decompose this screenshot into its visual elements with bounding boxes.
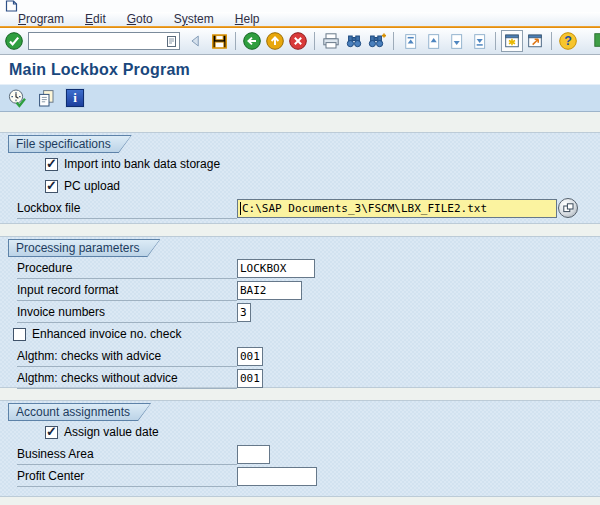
toolbar-separator — [393, 32, 394, 50]
text-caret — [240, 202, 241, 215]
toolbar-separator — [314, 32, 315, 50]
customize-layout-button[interactable] — [593, 31, 600, 51]
cancel-x-icon — [288, 31, 308, 51]
field-label: Lockbox file — [17, 197, 237, 219]
command-field-wrap — [28, 32, 180, 50]
row-algthm-without-advice: Algthm: checks without advice 001 — [0, 367, 600, 389]
back-step-button[interactable] — [185, 30, 207, 52]
back-triangle-icon — [187, 32, 205, 50]
field-label: Algthm: checks without advice — [17, 367, 237, 389]
section-account-assignments: Account assignments Assign value date Bu… — [0, 400, 600, 497]
row-profit-center: Profit Center — [0, 465, 600, 487]
profit-center-input[interactable] — [237, 467, 317, 486]
standard-toolbar: ? — [0, 28, 600, 55]
assign-value-date-checkbox[interactable] — [45, 426, 58, 439]
lockbox-file-input[interactable]: C:\SAP Documents_3\FSCM\LBX_FILE2.txt — [237, 199, 557, 218]
field-label: Procedure — [17, 257, 237, 279]
group-tab: Processing parameters — [8, 239, 160, 257]
group-title: File specifications — [9, 136, 131, 152]
last-page-icon — [470, 32, 489, 51]
group-title: Account assignments — [9, 404, 150, 420]
algthm-without-advice-input[interactable]: 001 — [237, 369, 263, 388]
selection-screen: File specifications Import into bank dat… — [0, 112, 600, 505]
checkbox-label: Import into bank data storage — [64, 157, 220, 171]
information-button[interactable]: i — [64, 87, 86, 109]
exit-button[interactable] — [264, 30, 286, 52]
toolbar-separator — [495, 32, 496, 50]
back-arrow-icon — [242, 31, 262, 51]
row-enhanced-invoice-check: Enhanced invoice no. check — [0, 323, 600, 345]
last-page-button[interactable] — [468, 30, 490, 52]
menu-system[interactable]: System — [174, 12, 214, 26]
group-tab: File specifications — [8, 135, 132, 153]
import-bank-data-checkbox[interactable] — [45, 158, 58, 171]
find-button[interactable] — [343, 30, 365, 52]
page-up-button[interactable] — [422, 30, 444, 52]
menu-edit[interactable]: Edit — [85, 12, 106, 26]
page-title: Main Lockbox Program — [9, 61, 190, 79]
menu-help[interactable]: Help — [235, 12, 260, 26]
new-session-button[interactable] — [501, 30, 523, 52]
cancel-button[interactable] — [287, 30, 309, 52]
save-floppy-icon — [210, 32, 229, 51]
page-down-button[interactable] — [445, 30, 467, 52]
row-business-area: Business Area — [0, 443, 600, 465]
menu-bar: Program Edit Goto System Help — [0, 12, 600, 26]
sap-window: Program Edit Goto System Help — [0, 0, 600, 505]
execute-clock-icon — [7, 88, 28, 109]
enter-button[interactable] — [3, 30, 25, 52]
binoculars-plus-icon — [367, 31, 387, 51]
shortcut-icon — [526, 32, 544, 50]
row-import-bank-data: Import into bank data storage — [0, 153, 600, 175]
pc-upload-checkbox[interactable] — [45, 180, 58, 193]
section-processing-parameters: Processing parameters Procedure LOCKBOX … — [0, 236, 600, 388]
command-field[interactable] — [28, 32, 180, 50]
page-up-icon — [424, 32, 443, 51]
printer-icon — [321, 31, 341, 51]
save-button[interactable] — [208, 30, 230, 52]
input-record-format-input[interactable]: BAI2 — [237, 281, 302, 300]
checkbox-label: Assign value date — [64, 425, 159, 439]
section-file-specifications: File specifications Import into bank dat… — [0, 132, 600, 224]
row-invoice-numbers: Invoice numbers 3 — [0, 301, 600, 323]
print-button[interactable] — [320, 30, 342, 52]
value-help-button[interactable] — [558, 198, 578, 218]
field-label: Business Area — [17, 443, 237, 465]
procedure-input[interactable]: LOCKBOX — [237, 259, 315, 278]
information-icon: i — [66, 89, 84, 107]
get-variant-button[interactable] — [35, 87, 57, 109]
create-shortcut-button[interactable] — [524, 30, 546, 52]
binoculars-icon — [344, 31, 364, 51]
system-menu-icon[interactable] — [5, 0, 18, 12]
back-button[interactable] — [241, 30, 263, 52]
application-toolbar: i — [0, 84, 600, 112]
window-top-strip — [0, 0, 600, 12]
invoice-numbers-input[interactable]: 3 — [237, 303, 251, 322]
group-title: Processing parameters — [9, 240, 159, 256]
toolbar-separator — [551, 32, 552, 50]
get-variant-icon — [36, 88, 57, 109]
find-next-button[interactable] — [366, 30, 388, 52]
field-label: Profit Center — [17, 465, 237, 487]
first-page-icon — [401, 32, 420, 51]
help-button[interactable]: ? — [557, 30, 579, 52]
help-icon: ? — [558, 31, 578, 51]
checkbox-label: PC upload — [64, 179, 120, 193]
enhanced-invoice-checkbox[interactable] — [13, 328, 26, 341]
row-algthm-with-advice: Algthm: checks with advice 001 — [0, 345, 600, 367]
customize-layout-icon — [593, 31, 600, 49]
group-tab: Account assignments — [8, 403, 151, 421]
menu-program[interactable]: Program — [18, 12, 64, 26]
command-history-icon[interactable] — [167, 36, 177, 47]
row-assign-value-date: Assign value date — [0, 421, 600, 443]
title-bar: Main Lockbox Program — [0, 55, 600, 84]
row-pc-upload: PC upload — [0, 175, 600, 197]
first-page-button[interactable] — [399, 30, 421, 52]
execute-button[interactable] — [6, 87, 28, 109]
business-area-input[interactable] — [237, 445, 270, 464]
menu-goto[interactable]: Goto — [127, 12, 153, 26]
svg-text:?: ? — [564, 34, 572, 48]
algthm-with-advice-input[interactable]: 001 — [237, 347, 263, 366]
row-input-record-format: Input record format BAI2 — [0, 279, 600, 301]
field-label: Algthm: checks with advice — [17, 345, 237, 367]
